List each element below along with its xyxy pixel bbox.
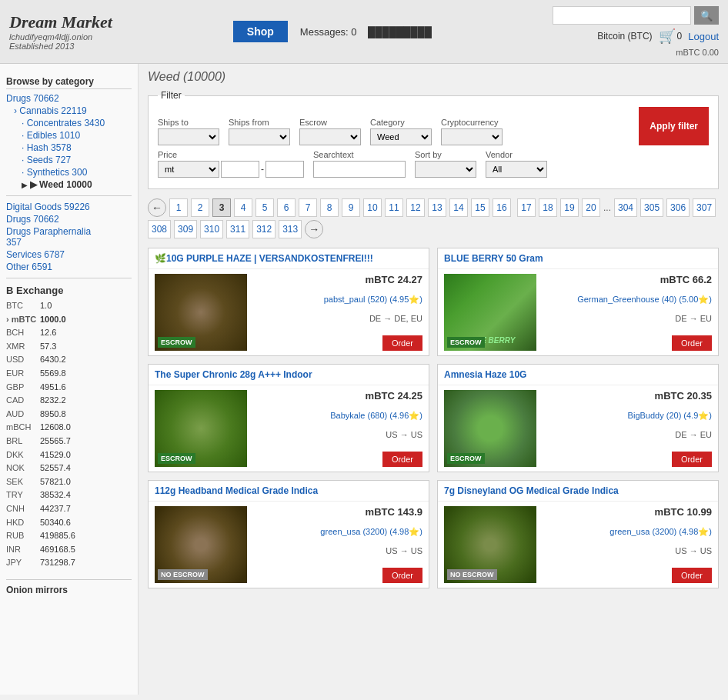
page-2[interactable]: 2 — [191, 198, 209, 217]
sidebar: Browse by category Drugs 70662 › Cannabi… — [0, 64, 139, 695]
page-4[interactable]: 4 — [234, 198, 252, 217]
product-vendor-2[interactable]: German_Greenhouse (40) (5.00⭐) — [543, 295, 712, 305]
page-3[interactable]: 3 — [212, 198, 231, 217]
product-title-6: 7g Disneyland OG Medical Grade Indica — [438, 481, 718, 502]
category-group: Category Weed — [370, 118, 432, 145]
page-307[interactable]: 307 — [693, 198, 716, 217]
page-9[interactable]: 9 — [342, 198, 360, 217]
search-input[interactable] — [553, 6, 691, 25]
product-image-4: ESCROW — [444, 390, 536, 467]
page-16[interactable]: 16 — [493, 198, 511, 217]
header-right: 🔍 Bitcoin (BTC) 🛒 0 Logout mBTC 0.00 — [553, 6, 719, 57]
order-button-2[interactable]: Order — [672, 335, 712, 351]
cryptocurrency-select[interactable] — [441, 128, 503, 145]
page-15[interactable]: 15 — [471, 198, 489, 217]
sidebar-item-drugs[interactable]: Drugs 70662 — [6, 92, 132, 105]
sort-by-select[interactable] — [415, 161, 476, 178]
page-305[interactable]: 305 — [640, 198, 663, 217]
page-17[interactable]: 17 — [517, 198, 536, 217]
product-route-2: DE → EU — [543, 314, 712, 323]
sidebar-item-services[interactable]: Services 6787 — [6, 248, 132, 261]
page-13[interactable]: 13 — [428, 198, 446, 217]
product-title-2: BLUE BERRY 50 Gram — [438, 248, 718, 269]
page-5[interactable]: 5 — [255, 198, 274, 217]
page-313[interactable]: 313 — [279, 220, 302, 238]
page-308[interactable]: 308 — [148, 220, 171, 238]
product-route-4: DE → EU — [543, 430, 712, 439]
product-vendor-1[interactable]: pabst_paul (520) (4.95⭐) — [253, 295, 422, 305]
product-image-5: NO ESCROW — [155, 506, 247, 583]
page-19[interactable]: 19 — [560, 198, 579, 217]
product-body-5: NO ESCROW mBTC 143.9 green_usa (3200) (4… — [149, 502, 429, 588]
searchtext-input[interactable] — [313, 161, 406, 178]
sidebar-item-hash[interactable]: · Hash 3578 — [6, 142, 132, 154]
onion-mirrors-label: Onion mirrors — [6, 579, 132, 595]
product-card-2: BLUE BERRY 50 Gram BLUE BERRY ESCROW mBT… — [437, 248, 719, 356]
order-button-3[interactable]: Order — [382, 452, 422, 467]
product-card-1: 🌿10G PURPLE HAZE | VERSANDKOSTENFREI!!! … — [148, 248, 429, 356]
escrow-badge-1: ESCROW — [158, 337, 195, 348]
sidebar-item-concentrates[interactable]: · Concentrates 3430 — [6, 117, 132, 129]
ships-to-label: Ships to — [158, 118, 219, 127]
no-escrow-badge-5: NO ESCROW — [158, 569, 208, 580]
price-label: Price — [158, 150, 304, 159]
prev-page-button[interactable]: ← — [148, 198, 166, 217]
page-304[interactable]: 304 — [614, 198, 637, 217]
shop-button[interactable]: Shop — [233, 21, 288, 42]
product-vendor-6[interactable]: green_usa (3200) (4.98⭐) — [543, 527, 712, 537]
sidebar-item-other[interactable]: Other 6591 — [6, 261, 132, 273]
page-1[interactable]: 1 — [169, 198, 188, 217]
sidebar-item-edibles[interactable]: · Edibles 1010 — [6, 129, 132, 142]
sidebar-item-cannabis[interactable]: › Cannabis 22119 — [6, 105, 132, 117]
product-info-6: mBTC 10.99 green_usa (3200) (4.98⭐) US →… — [543, 506, 712, 583]
price-currency-select[interactable]: mt — [158, 161, 219, 178]
page-20[interactable]: 20 — [582, 198, 600, 217]
sort-by-group: Sort by — [415, 150, 476, 178]
page-11[interactable]: 11 — [385, 198, 403, 217]
cart-area[interactable]: 🛒 0 — [659, 28, 683, 45]
page-8[interactable]: 8 — [320, 198, 339, 217]
logout-button[interactable]: Logout — [688, 31, 719, 42]
ships-from-select[interactable] — [229, 128, 290, 145]
page-ellipsis: ... — [603, 202, 611, 213]
page-312[interactable]: 312 — [252, 220, 276, 238]
page-10[interactable]: 10 — [363, 198, 382, 217]
order-button-4[interactable]: Order — [672, 452, 712, 467]
page-7[interactable]: 7 — [299, 198, 317, 217]
cart-icon[interactable]: 🛒 — [659, 28, 676, 45]
next-page-button[interactable]: → — [305, 220, 323, 238]
escrow-badge-2: ESCROW — [447, 337, 485, 348]
sidebar-item-paraphernalia[interactable]: Drugs Paraphernalia357 — [6, 225, 132, 248]
ships-to-group: Ships to — [158, 118, 219, 145]
price-max-input[interactable] — [265, 161, 304, 178]
sidebar-item-weed[interactable]: ▶ Weed 10000 — [6, 178, 132, 191]
page-306[interactable]: 306 — [666, 198, 690, 217]
apply-filter-button[interactable]: Apply filter — [639, 107, 709, 145]
page-310[interactable]: 310 — [200, 220, 223, 238]
category-select[interactable]: Weed — [370, 128, 432, 145]
sidebar-item-digital-goods[interactable]: Digital Goods 59226 — [6, 201, 132, 213]
page-12[interactable]: 12 — [406, 198, 425, 217]
sidebar-item-drugs2[interactable]: Drugs 70662 — [6, 213, 132, 225]
order-button-5[interactable]: Order — [382, 568, 422, 583]
product-info-4: mBTC 20.35 BigBuddy (20) (4.9⭐) DE → EU … — [543, 390, 712, 467]
page-18[interactable]: 18 — [539, 198, 557, 217]
product-vendor-4[interactable]: BigBuddy (20) (4.9⭐) — [543, 411, 712, 421]
product-title-1: 🌿10G PURPLE HAZE | VERSANDKOSTENFREI!!! — [149, 248, 429, 269]
sidebar-item-synthetics[interactable]: · Synthetics 300 — [6, 166, 132, 178]
escrow-select[interactable] — [299, 128, 361, 145]
price-min-input[interactable] — [221, 161, 259, 178]
page-309[interactable]: 309 — [174, 220, 197, 238]
page-14[interactable]: 14 — [449, 198, 468, 217]
product-route-3: US → US — [253, 430, 422, 439]
page-311[interactable]: 311 — [226, 220, 249, 238]
ships-to-select[interactable] — [158, 128, 219, 145]
order-button-6[interactable]: Order — [672, 568, 712, 583]
search-button[interactable]: 🔍 — [694, 6, 719, 25]
product-vendor-5[interactable]: green_usa (3200) (4.98⭐) — [253, 527, 422, 537]
sidebar-item-seeds[interactable]: · Seeds 727 — [6, 154, 132, 166]
vendor-select[interactable]: All — [486, 161, 547, 178]
page-6[interactable]: 6 — [277, 198, 296, 217]
order-button-1[interactable]: Order — [382, 335, 422, 351]
product-vendor-3[interactable]: Babykale (680) (4.96⭐) — [253, 411, 422, 421]
